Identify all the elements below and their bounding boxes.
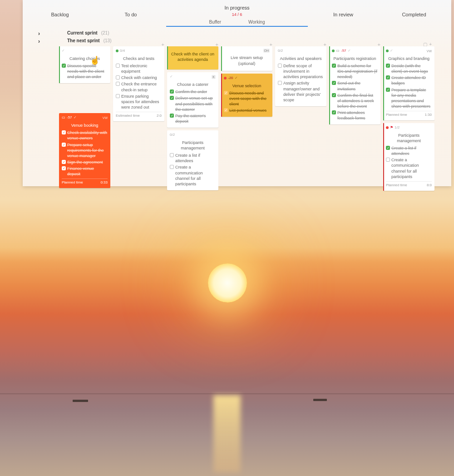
checkbox-icon[interactable] [386,64,390,68]
checklist-item[interactable]: Test electronic equipment [116,63,162,74]
checklist-item[interactable]: List potential venues [224,108,270,113]
checklist-item[interactable]: Deliver venue set-up and possibilities w… [170,95,216,112]
assignee-badge: K [212,75,216,79]
checkbox-icon[interactable] [332,110,336,114]
card-participants-management[interactable]: 0/2 Participants management Create a lis… [167,130,218,190]
checkbox-icon[interactable] [224,91,228,95]
checkbox-icon[interactable] [62,130,66,134]
tab-label: Completed [379,12,449,17]
checklist-item[interactable]: Create a list if attendees [386,145,432,156]
checklist-item[interactable]: Check the entrance check-in setup [116,81,162,92]
tab-completed[interactable]: Completed [379,12,449,17]
horizon-line [0,393,454,394]
checklist-item[interactable]: Finance venue deposit [62,166,108,177]
checkbox-icon[interactable] [116,82,120,86]
card-meta: -57 [67,115,72,120]
checkbox-icon[interactable] [62,64,66,68]
footer-label: Planned time [386,113,407,118]
checklist-item[interactable]: Pay the caterer's deposit [170,113,216,124]
checklist-text: Pay the caterer's deposit [175,113,216,124]
checkbox-icon[interactable] [170,165,174,169]
checkbox-icon[interactable] [386,146,390,150]
checkbox-icon[interactable] [62,166,66,170]
checklist-item[interactable]: Print attendees feedback forms [332,110,378,121]
tab-label: In progress [166,5,308,10]
checklist-item[interactable]: Send out the invitations [332,80,378,91]
card-footer: Estimated time 2:0 [116,112,162,119]
tab-backlog[interactable]: Backlog [25,12,95,17]
checkbox-icon[interactable] [278,64,282,68]
checkbox-icon[interactable] [62,160,66,164]
checklist-item[interactable]: Create attendee ID badges [386,75,432,86]
flag-icon: ⚑ [390,125,393,130]
subtab-working[interactable]: Working [248,20,265,25]
checklist-item[interactable]: Ensure parking spaces for attendees were… [116,94,162,110]
checklist-text: Check with catering [121,75,162,80]
checklist-item[interactable]: Create a communication channel for all p… [170,164,216,187]
chevron-right-icon[interactable]: › [38,38,40,45]
checkbox-icon[interactable] [386,88,390,92]
card-choose-caterer[interactable]: ✓K Choose a caterer Confirm the order De… [167,72,218,128]
chevron-right-icon[interactable]: › [38,30,40,37]
checkbox-icon[interactable] [332,64,336,68]
checklist-item[interactable]: Create a communication channel for all p… [386,157,432,179]
card-graphics-branding[interactable]: ✓VW Graphics and branding Decide (with t… [383,46,434,120]
card-participants-registration[interactable]: ▭-57✓ Participants registration Build a … [329,46,380,124]
checkbox-icon[interactable] [116,94,120,98]
calendar-icon: ▭ [62,115,65,120]
checklist-item[interactable]: Sign the agreement [62,159,108,165]
tab-todo[interactable]: To do [95,12,166,17]
subtab-buffer[interactable]: Buffer [209,20,222,25]
checkbox-icon[interactable] [386,158,390,162]
card-venue-selection[interactable]: -20✓ Venue selection Discuss needs and e… [221,74,272,117]
checklist-text: Create a list if attendees [175,153,216,164]
checklist-item[interactable]: Confirm the order [170,89,216,94]
card-client-check[interactable]: Check with the client on activities agen… [167,46,218,69]
card-live-stream[interactable]: OH Live stream setup (optional) [221,46,272,71]
checklist-item[interactable]: Build a scheme for IDs and registration … [332,63,378,79]
card-catering-choices[interactable]: ✓ Catering choices Discuss specific need… [59,46,110,83]
checkbox-icon[interactable] [116,64,120,68]
checklist-item[interactable]: Confirm the final list of attendees 1 we… [332,93,378,109]
card-activities-speakers[interactable]: 0/2 Activities and speakers Define scope… [275,46,326,106]
checklist-text: Prepare a template for any media present… [391,87,432,109]
tab-label: Backlog [25,12,95,17]
checkbox-icon[interactable] [386,75,390,79]
checklist-text: Ensure parking spaces for attendees were… [121,94,162,110]
card-title: Checks and tests [116,55,162,61]
checklist-item[interactable]: Prepare setup requirements for the venue… [62,142,108,159]
tab-in-progress[interactable]: In progress 14 / 6 Buffer Working [166,5,308,25]
checklist-item[interactable]: Define scope of involvement in activitie… [278,63,324,79]
column-backlog: ✓ Catering choices Discuss specific need… [59,46,110,191]
card-checks-tests[interactable]: 0/4 Checks and tests Test electronic equ… [113,46,164,121]
checkbox-icon[interactable] [224,108,228,112]
tab-in-review[interactable]: In review [308,12,379,17]
checklist-item[interactable]: Check availability with venue owners [62,130,108,141]
checklist-item[interactable]: Assign activity manager/owner and delive… [278,80,324,103]
sprint-row-next[interactable]: › The next sprint (13) [23,37,451,45]
checkbox-icon[interactable] [332,93,336,97]
checkbox-icon[interactable] [62,143,66,147]
checkbox-icon[interactable] [170,96,174,100]
status-dot-icon [386,50,389,52]
checkbox-icon[interactable] [170,114,174,118]
card-venue-booking[interactable]: ▭ -57 ✓ VW Venue booking Check availabil… [59,113,110,188]
checkbox-icon[interactable] [332,81,336,85]
card-participants-management-2[interactable]: ⚑1/2 Participants management Create a li… [383,123,434,191]
checklist-item[interactable]: Create a list if attendees [170,153,216,164]
columns-container: ✓ Catering choices Discuss specific need… [23,45,451,194]
checklist-text: Discuss specific needs with the client a… [67,63,108,79]
checklist-item[interactable]: Discuss needs and event scope with the c… [224,90,270,107]
checklist-item[interactable]: Discuss specific needs with the client a… [62,63,108,79]
sprint-row-current[interactable]: › Current sprint (21) [23,29,451,37]
checkbox-icon[interactable] [278,81,282,85]
checkbox-icon[interactable] [170,153,174,157]
checkbox-icon[interactable] [170,89,174,94]
checklist-text: Sign the agreement [67,159,108,165]
card-title: Catering choices [62,55,108,61]
checklist-item[interactable]: Prepare a template for any media present… [386,87,432,109]
checkbox-icon[interactable] [116,75,120,79]
checklist-item[interactable]: Decide (with the client) on event logo [386,63,432,74]
checklist-item[interactable]: Check with catering [116,75,162,80]
assignee-badge: VW [103,116,108,120]
